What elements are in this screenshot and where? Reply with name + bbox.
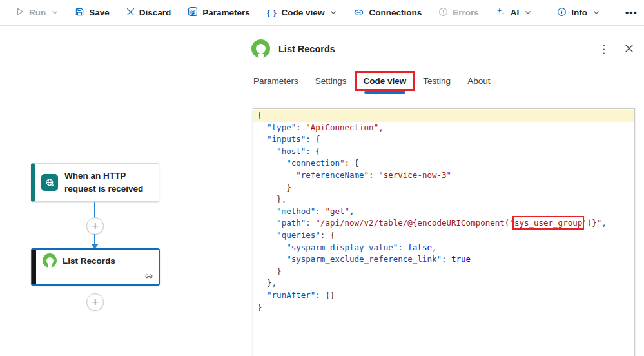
code-line: "path": "/api/now/v2/table/@{encodeURICo… [253,217,634,230]
chevron-down-icon [525,10,531,15]
code-editor-content[interactable]: { "type": "ApiConnection", "inputs": { "… [253,109,634,313]
more-options-button[interactable]: ••• [620,5,643,21]
action-card-list-records[interactable]: List Records [31,248,160,286]
main-area: When an HTTP request is received + List … [0,26,644,356]
code-line: }, [253,277,634,290]
svg-text:@: @ [190,8,196,15]
trigger-title: When an HTTP request is received [64,170,152,195]
code-line: "runAfter": {} [253,290,634,302]
parameters-button[interactable]: @ Parameters [182,4,255,21]
connector-edge [94,202,95,218]
tab-code-view[interactable]: Code view [364,71,407,86]
parameters-at-icon: @ [188,6,198,19]
chevron-down-icon [52,10,58,15]
code-line: "sysparm_display_value": false, [253,242,634,254]
info-label: Info [571,8,587,17]
http-request-icon [41,174,58,191]
code-line: "inputs": { [253,134,634,146]
code-view-label: Code view [282,8,325,17]
connections-button[interactable]: Connections [348,4,427,22]
connector-edge [94,234,95,244]
discard-label: Discard [139,8,171,17]
chevron-down-icon [593,10,600,15]
code-line: "referenceName": "service-now-3" [253,170,634,182]
code-view-button[interactable]: { } Code view [262,5,342,20]
save-label: Save [89,8,110,17]
code-editor[interactable]: { "type": "ApiConnection", "inputs": { "… [253,108,635,356]
servicenow-icon [43,253,57,268]
ai-label: AI [511,8,520,17]
panel-header: List Records [251,39,335,58]
code-line: "host": { [253,146,634,158]
insert-step-button[interactable]: + [86,217,104,235]
run-label: Run [29,8,46,17]
workflow-canvas[interactable]: When an HTTP request is received + List … [0,26,239,356]
code-line: } [253,302,634,314]
info-icon [557,7,567,19]
connections-label: Connections [369,8,422,17]
code-line: { [253,110,634,122]
info-button[interactable]: Info [552,5,605,21]
action-details-panel: List Records ⋮ Parameters Settings Code … [239,26,644,356]
errors-warning-icon [438,7,448,19]
errors-button[interactable]: Errors [433,5,484,21]
ai-button[interactable]: AI [491,4,537,21]
connection-link-icon[interactable] [144,272,153,283]
code-line: "connection": { [253,157,634,170]
code-line: } [253,182,634,194]
play-icon [15,7,24,18]
tab-parameters[interactable]: Parameters [253,71,298,86]
action-title: List Records [63,256,115,266]
ai-sparkle-icon [496,6,506,19]
tab-about[interactable]: About [467,71,490,86]
code-line: } [253,266,634,278]
code-line: "queries": { [253,230,634,242]
add-action-button[interactable]: + [86,293,104,311]
panel-menu-button[interactable]: ⋮ [594,41,613,57]
tab-settings[interactable]: Settings [315,71,347,86]
connections-link-icon [353,6,364,19]
save-icon [75,7,84,19]
discard-x-icon [126,8,135,18]
panel-close-button[interactable] [623,43,635,57]
code-line: "sysparm_exclude_reference_link": true [253,253,634,266]
panel-tabs: Parameters Settings Code view Testing Ab… [253,71,490,86]
discard-button[interactable]: Discard [121,5,177,21]
panel-title: List Records [278,44,335,54]
save-button[interactable]: Save [70,5,115,21]
active-tab-underline [364,91,406,94]
trigger-card-http-request[interactable]: When an HTTP request is received [31,163,159,202]
run-button[interactable]: Run [10,5,63,21]
ellipsis-icon: ••• [625,7,638,18]
parameters-label: Parameters [202,8,250,17]
code-braces-icon: { } [267,8,277,17]
errors-label: Errors [453,8,479,17]
code-line: }, [253,193,634,206]
servicenow-icon [251,39,270,58]
tab-testing[interactable]: Testing [423,71,451,86]
code-line: "method": "get", [253,206,634,218]
code-line: "type": "ApiConnection", [253,122,634,134]
top-toolbar: Run Save Discard @ Parameters { } C [0,0,644,26]
chevron-down-icon [330,10,337,15]
